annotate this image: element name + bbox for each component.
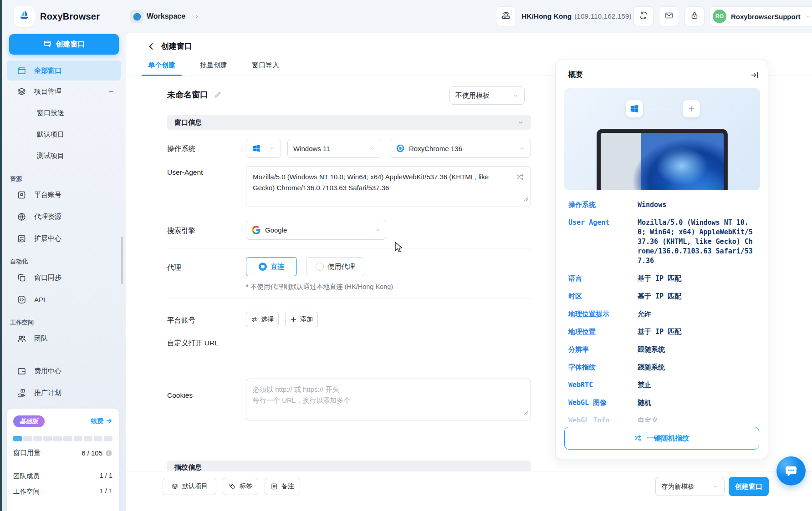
usage-value: 6 / 105 — [82, 449, 102, 457]
messages-button[interactable] — [659, 6, 679, 26]
save-as-template-select[interactable]: 存为新模板 — [655, 477, 725, 496]
tab-single-create[interactable]: 单个创建 — [145, 55, 178, 76]
chevron-down-icon — [517, 119, 524, 126]
url-placeholder-line1: 必须以 http:// 或 https:// 开头 — [253, 384, 511, 395]
tag-icon — [229, 483, 236, 490]
tab-window-import[interactable]: 窗口导入 — [249, 55, 282, 76]
sidebar-item-label: 全部窗口 — [34, 66, 61, 75]
refresh-icon — [639, 11, 648, 22]
create-window-sidebar-button[interactable]: 创建窗口 — [9, 34, 119, 55]
tag-label: 标签 — [240, 482, 252, 491]
sidebar-item-team[interactable]: 团队 — [7, 328, 121, 349]
summary-row-language: 语言基于 IP 匹配 — [568, 274, 754, 283]
topbar-divider — [627, 11, 627, 22]
usage-label: 窗口用量 — [13, 449, 41, 457]
shuffle-icon[interactable] — [516, 173, 525, 185]
account-menu[interactable]: RO RoxybrowserSupport — [709, 6, 812, 26]
proxy-device-button[interactable] — [496, 6, 516, 26]
resize-handle-icon[interactable] — [524, 194, 528, 205]
chat-bubble-icon — [784, 464, 798, 478]
renew-link[interactable]: 续费 — [91, 417, 112, 425]
collapse-minus-icon[interactable] — [107, 88, 115, 95]
sidebar-item-platform-accounts[interactable]: 平台账号 — [7, 184, 121, 206]
workspace-count-label: 工作空间 — [13, 487, 40, 496]
members-label: 团队成员 — [13, 472, 40, 481]
sidebar-item-label: 项目管理 — [34, 87, 61, 96]
arrow-right-icon — [106, 417, 112, 425]
os-platform-select[interactable] — [246, 139, 281, 158]
swap-arrows-icon — [251, 316, 258, 323]
search-engine-select[interactable]: Google — [246, 220, 386, 240]
os-version-select[interactable]: Windows 11 — [287, 139, 381, 158]
sidebar-subitem-window-dispatch[interactable]: 窗口投送 — [24, 102, 126, 124]
team-icon — [17, 334, 26, 344]
custom-url-textarea[interactable]: 必须以 http:// 或 https:// 开头 每行一个 URL，换行以添加… — [246, 379, 531, 420]
location-ip: (109.110.162.159) — [574, 12, 632, 20]
brand-name: RoxyBrowser — [40, 0, 100, 33]
layers-icon — [17, 87, 26, 96]
proxy-direct-label: 直连 — [271, 263, 285, 271]
edit-pencil-icon[interactable] — [214, 91, 221, 99]
sidebar-item-all-windows[interactable]: 全部窗口 — [7, 61, 121, 81]
summary-title: 概要 — [568, 70, 583, 80]
tag-button[interactable]: 标签 — [223, 478, 258, 495]
sidebar-item-proxy-resources[interactable]: 代理资源 — [7, 206, 121, 228]
summary-hero — [564, 88, 760, 190]
current-location: HK/Hong Kong (109.110.162.159) — [521, 0, 632, 33]
sidebar-item-label: 窗口同步 — [34, 273, 61, 282]
cookies-label: Cookies — [167, 391, 193, 400]
windows-wallpaper — [601, 133, 724, 190]
sidebar-item-billing[interactable]: 费用中心 — [7, 360, 121, 382]
os-label: 操作系统 — [167, 144, 195, 154]
summary-rows: 操作系统Windows User AgentMozilla/5.0 (Windo… — [568, 200, 754, 422]
back-button[interactable] — [145, 40, 157, 52]
collapse-panel-icon[interactable] — [751, 71, 759, 81]
lock-button[interactable] — [684, 6, 705, 26]
project-sublist: 窗口投送 默认项目 测试项目 — [24, 102, 126, 167]
sidebar-item-api[interactable]: API — [7, 288, 121, 310]
sync-windows-icon — [17, 273, 26, 283]
refresh-button[interactable] — [633, 6, 654, 26]
proxy-use-option[interactable]: 使用代理 — [306, 257, 364, 276]
info-icon[interactable] — [105, 450, 112, 457]
add-account-button[interactable]: 添加 — [285, 312, 318, 327]
sidebar-item-extension-center[interactable]: 扩展中心 — [7, 228, 121, 249]
workspace-breadcrumb[interactable]: Workspace — [147, 0, 185, 33]
section-window-info[interactable]: 窗口信息 — [167, 115, 531, 130]
note-button[interactable]: 备注 — [265, 478, 300, 495]
browser-kernel-select[interactable]: RoxyChrome 136 — [390, 139, 531, 158]
default-project-button[interactable]: 默认项目 — [163, 478, 216, 495]
sidebar-item-window-sync[interactable]: 窗口同步 — [7, 267, 121, 288]
platform-account-label: 平台账号 — [167, 316, 195, 325]
section-fingerprint-clipped[interactable]: 指纹信息 — [167, 460, 531, 471]
random-fingerprint-label: 一键随机指纹 — [647, 434, 689, 443]
renew-label: 续费 — [91, 417, 103, 425]
sidebar-subitem-test-project[interactable]: 测试项目 — [24, 145, 126, 167]
summary-row-webgl-image: WebGL 图像随机 — [568, 398, 754, 408]
create-window-submit-button[interactable]: 创建窗口 — [729, 477, 769, 496]
chevron-down-icon — [805, 14, 811, 20]
sidebar-scrollbar[interactable] — [121, 237, 123, 284]
location-label: HK/Hong Kong — [521, 12, 572, 20]
chat-widget-button[interactable] — [776, 456, 806, 486]
summary-row-font-fingerprint: 字体指纹跟随系统 — [568, 363, 754, 372]
sidebar-item-label: API — [34, 296, 45, 304]
proxy-direct-option[interactable]: 直连 — [246, 257, 297, 276]
template-select[interactable]: 不使用模板 — [449, 86, 525, 105]
sidebar-item-referral[interactable]: 推广计划 — [7, 382, 121, 404]
api-code-icon — [17, 295, 26, 304]
plan-card: 基础版 续费 窗口用量 6 / 105 团队成员 — [7, 409, 119, 511]
chevron-down-icon — [513, 93, 519, 99]
page-title: 创建窗口 — [161, 41, 192, 51]
random-fingerprint-button[interactable]: 一键随机指纹 — [564, 427, 759, 450]
resize-handle-icon[interactable] — [524, 407, 528, 418]
tab-batch-create[interactable]: 批量创建 — [197, 55, 230, 76]
ua-textarea[interactable]: Mozilla/5.0 (Windows NT 10.0; Win64; x64… — [246, 166, 531, 207]
proxy-use-label: 使用代理 — [328, 263, 355, 271]
sidebar-item-project-mgmt[interactable]: 项目管理 — [7, 81, 121, 102]
sidebar-item-label: 扩展中心 — [34, 234, 61, 243]
sidebar-subitem-default-project[interactable]: 默认项目 — [24, 124, 126, 145]
proxy-note: * 不使用代理则默认通过本地直连 (HK/Hong Kong) — [246, 283, 393, 291]
summary-row-resolution: 分辨率跟随系统 — [568, 345, 754, 354]
choose-account-button[interactable]: 选择 — [246, 312, 279, 327]
